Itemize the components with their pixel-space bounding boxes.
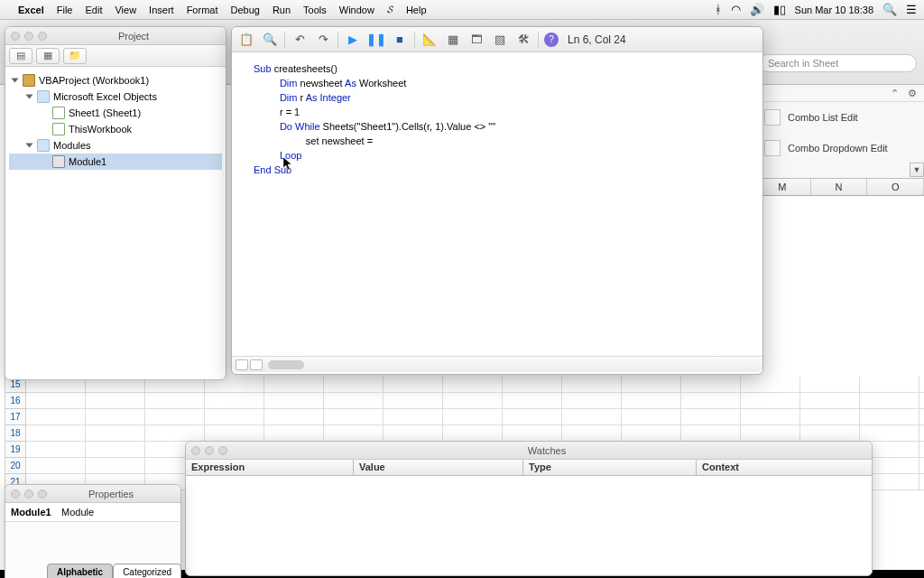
menu-help[interactable]: Help bbox=[406, 5, 427, 15]
col-header-n[interactable]: N bbox=[811, 179, 868, 195]
horizontal-scrollbar[interactable] bbox=[268, 360, 304, 369]
panel-gear-icon[interactable]: ⚙ bbox=[906, 87, 919, 99]
view-code-button[interactable]: ▤ bbox=[9, 48, 32, 64]
workbook-icon bbox=[52, 123, 65, 135]
folder-icon bbox=[37, 90, 50, 103]
tree-modules[interactable]: Modules bbox=[9, 137, 222, 154]
object-browser-button[interactable]: ▧ bbox=[491, 31, 509, 49]
col-expression[interactable]: Expression bbox=[186, 460, 354, 475]
design-mode-button[interactable]: 📐 bbox=[420, 31, 439, 49]
disclosure-icon[interactable] bbox=[26, 95, 33, 99]
spotlight-icon[interactable]: 🔍 bbox=[882, 3, 897, 16]
menu-insert[interactable]: Insert bbox=[149, 5, 174, 15]
undo-button[interactable]: ↶ bbox=[291, 31, 309, 49]
combo-list-edit-button[interactable]: Combo List Edit bbox=[755, 102, 924, 133]
tree-label: Module1 bbox=[69, 156, 106, 167]
notification-center-icon[interactable]: ☰ bbox=[906, 3, 917, 16]
code-editor-window: 📋 🔍 ↶ ↷ ▶ ❚❚ ■ 📐 ▦ 🗔 ▧ 🛠 ? Ln 6, Col 24 … bbox=[231, 26, 763, 375]
tree-label: ThisWorkbook bbox=[69, 124, 132, 135]
minimize-icon[interactable] bbox=[24, 489, 33, 499]
disclosure-icon[interactable] bbox=[26, 144, 33, 148]
desktop: Search in Sheet ⌃ ⚙ Combo List Edit Comb… bbox=[0, 20, 924, 578]
separator bbox=[414, 32, 415, 48]
tree-module1[interactable]: Module1 bbox=[9, 154, 222, 170]
battery-icon[interactable]: ▮▯ bbox=[773, 3, 786, 16]
disclosure-icon[interactable] bbox=[12, 79, 19, 83]
col-value[interactable]: Value bbox=[354, 460, 523, 475]
toggle-folders-button[interactable]: 📁 bbox=[63, 48, 87, 64]
object-name: Module1 bbox=[11, 507, 61, 517]
watches-title: Watches bbox=[227, 445, 866, 456]
row-header[interactable]: 19 bbox=[5, 442, 26, 458]
find-button[interactable]: 🔍 bbox=[261, 31, 279, 49]
row-header[interactable]: 18 bbox=[5, 425, 26, 442]
procedure-view-button[interactable] bbox=[236, 359, 248, 370]
menu-window[interactable]: Window bbox=[339, 5, 374, 15]
view-object-button[interactable]: ▦ bbox=[36, 48, 60, 64]
clock[interactable]: Sun Mar 10 18:38 bbox=[795, 5, 873, 15]
toolbox-button[interactable]: 🛠 bbox=[514, 31, 532, 49]
menu-format[interactable]: Format bbox=[187, 5, 218, 15]
tree-thisworkbook[interactable]: ThisWorkbook bbox=[9, 121, 222, 137]
object-type: Module bbox=[61, 507, 94, 517]
volume-icon[interactable]: 🔊 bbox=[750, 3, 764, 16]
combo-dropdown-edit-button[interactable]: Combo Dropdown Edit bbox=[755, 133, 924, 163]
tree-project-root[interactable]: VBAProject (Workbook1) bbox=[9, 72, 222, 89]
row-header[interactable]: 16 bbox=[5, 393, 26, 409]
menu-file[interactable]: File bbox=[57, 5, 73, 15]
close-icon[interactable] bbox=[11, 489, 20, 499]
project-tree: VBAProject (Workbook1) Microsoft Excel O… bbox=[5, 67, 226, 379]
tab-categorized[interactable]: Categorized bbox=[113, 564, 181, 578]
close-icon[interactable] bbox=[191, 446, 200, 455]
watches-column-headers: Expression Value Type Context bbox=[186, 460, 872, 476]
zoom-icon[interactable] bbox=[38, 489, 47, 499]
bluetooth-icon[interactable]: ᚼ bbox=[715, 3, 722, 16]
row-header[interactable]: 20 bbox=[5, 458, 26, 474]
paste-button[interactable]: 📋 bbox=[237, 31, 255, 49]
col-type[interactable]: Type bbox=[523, 460, 697, 475]
col-header-o[interactable]: O bbox=[867, 179, 924, 195]
stop-button[interactable]: ■ bbox=[391, 31, 409, 49]
menu-tools[interactable]: Tools bbox=[303, 5, 327, 15]
menu-debug[interactable]: Debug bbox=[230, 5, 259, 15]
menu-edit[interactable]: Edit bbox=[85, 5, 102, 15]
redo-button[interactable]: ↷ bbox=[314, 31, 332, 49]
search-sheet-input[interactable]: Search in Sheet bbox=[758, 54, 917, 72]
run-button[interactable]: ▶ bbox=[344, 31, 362, 49]
tab-alphabetic[interactable]: Alphabetic bbox=[47, 564, 113, 578]
properties-object-selector[interactable]: Module1 Module bbox=[5, 503, 180, 522]
panel-collapse-icon[interactable]: ⌃ bbox=[888, 87, 901, 99]
zoom-icon[interactable] bbox=[38, 32, 47, 41]
project-explorer-button[interactable]: ▦ bbox=[444, 31, 462, 49]
project-icon bbox=[23, 74, 35, 87]
scripts-menu-icon[interactable]: 𝓢 bbox=[387, 4, 393, 15]
menu-run[interactable]: Run bbox=[273, 5, 291, 15]
col-context[interactable]: Context bbox=[697, 460, 872, 475]
tree-sheet1[interactable]: Sheet1 (Sheet1) bbox=[9, 105, 222, 121]
full-module-view-button[interactable] bbox=[250, 359, 263, 370]
project-explorer-window: Project ▤ ▦ 📁 VBAProject (Workbook1) Mic… bbox=[5, 26, 226, 380]
close-icon[interactable] bbox=[11, 32, 20, 41]
tree-label: VBAProject (Workbook1) bbox=[39, 75, 149, 86]
column-headers: M N O bbox=[754, 178, 924, 196]
combo-dropdown-label: Combo Dropdown Edit bbox=[788, 143, 888, 154]
tree-excel-objects[interactable]: Microsoft Excel Objects bbox=[9, 89, 222, 105]
wifi-icon[interactable]: ◠ bbox=[731, 3, 741, 16]
watches-titlebar[interactable]: Watches bbox=[186, 442, 872, 460]
project-titlebar[interactable]: Project bbox=[5, 27, 226, 45]
code-text-area[interactable]: Sub createsheets() Dim newsheet As Works… bbox=[232, 52, 762, 356]
panel-scroll-down-icon[interactable]: ▼ bbox=[910, 163, 924, 177]
code-scroll-area bbox=[232, 356, 762, 372]
tree-label: Sheet1 (Sheet1) bbox=[69, 107, 141, 118]
tree-label: Microsoft Excel Objects bbox=[53, 91, 157, 102]
properties-button[interactable]: 🗔 bbox=[467, 31, 485, 49]
minimize-icon[interactable] bbox=[24, 32, 33, 41]
zoom-icon[interactable] bbox=[218, 446, 227, 455]
properties-titlebar[interactable]: Properties bbox=[5, 485, 180, 503]
menu-view[interactable]: View bbox=[115, 5, 136, 15]
pause-button[interactable]: ❚❚ bbox=[367, 31, 385, 49]
app-name[interactable]: Excel bbox=[18, 5, 44, 15]
help-button[interactable]: ? bbox=[544, 33, 559, 47]
minimize-icon[interactable] bbox=[205, 446, 214, 455]
row-header[interactable]: 17 bbox=[5, 409, 26, 425]
